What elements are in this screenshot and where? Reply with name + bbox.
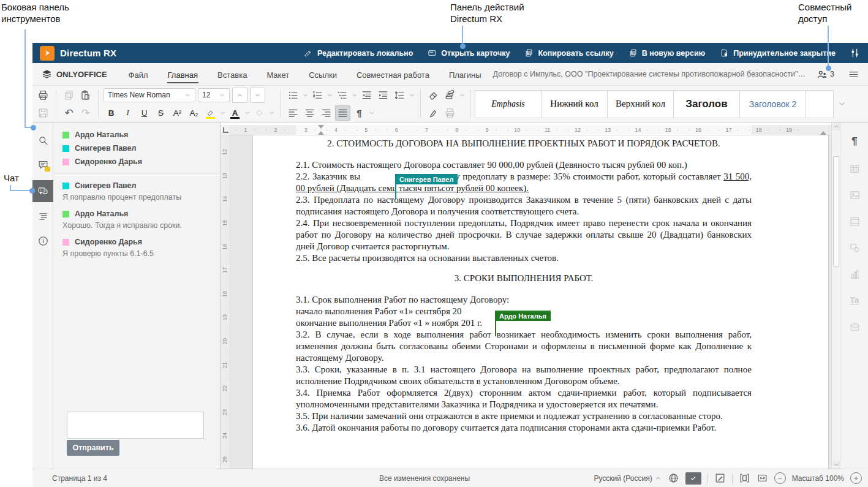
clear-style-button[interactable] — [426, 88, 441, 103]
document-scrollbar[interactable] — [831, 123, 840, 469]
shading-button[interactable] — [252, 105, 267, 121]
force-close-button[interactable]: Принудительное закрытие — [720, 48, 836, 58]
tab-collaboration[interactable]: Совместная работа — [356, 64, 430, 85]
mail-merge-button[interactable] — [840, 316, 868, 337]
style-emphasis[interactable]: Emphasis — [475, 90, 542, 118]
image-settings-button[interactable] — [840, 184, 868, 205]
left-indent-marker[interactable] — [318, 128, 324, 135]
vertical-ruler[interactable]: 1213141516171819202122232425 — [221, 135, 230, 469]
language-selector[interactable]: Русский (Россия) — [594, 474, 661, 483]
decrease-indent-button[interactable] — [359, 88, 374, 103]
tab-stop-selector[interactable] — [221, 125, 230, 135]
style-header[interactable]: Верхний кол — [607, 90, 674, 118]
collaborators-button[interactable]: 3 — [817, 69, 834, 80]
about-tool-button[interactable] — [32, 230, 53, 251]
increase-indent-button[interactable] — [376, 88, 391, 103]
tab-file[interactable]: Файл — [128, 64, 149, 85]
zoom-in-button[interactable]: + — [850, 472, 862, 484]
redo-button[interactable]: ↷ — [78, 105, 93, 121]
nonprinting-caret-icon[interactable] — [368, 110, 375, 116]
scroll-up-button[interactable] — [832, 123, 840, 130]
chart-settings-button[interactable] — [840, 263, 868, 284]
align-center-button[interactable] — [302, 105, 317, 121]
highlight-color-button[interactable] — [203, 105, 218, 121]
protect-button[interactable] — [442, 105, 458, 121]
scrollbar-thumb[interactable] — [833, 156, 839, 266]
numbered-list-button[interactable] — [310, 88, 325, 103]
comments-tool-button[interactable] — [32, 154, 53, 175]
shading-caret-icon[interactable] — [268, 110, 275, 116]
align-justify-button[interactable] — [335, 105, 350, 121]
font-name-select[interactable]: Times New Roman — [104, 88, 195, 102]
nonprinting-chars-button[interactable]: ¶ — [352, 105, 367, 121]
save-button[interactable] — [36, 105, 51, 121]
chat-send-button[interactable]: Отправить — [67, 440, 119, 456]
menu-burger-button[interactable] — [848, 69, 859, 80]
open-card-button[interactable]: Открыть карточку — [428, 48, 510, 58]
document-text[interactable]: 2. СТОИМОСТЬ ДОГОВОРА НА ВЫПОЛНЕНИЕ ПРОЕ… — [296, 138, 752, 434]
italic-button[interactable]: I — [120, 105, 135, 121]
line-spacing-button[interactable] — [392, 88, 407, 103]
text-art-settings-button[interactable]: Ta — [840, 290, 868, 311]
track-changes-button[interactable] — [714, 472, 726, 484]
copy-style-button[interactable] — [426, 105, 441, 121]
search-tool-button[interactable] — [32, 130, 53, 151]
paragraph-settings-button[interactable]: ¶ — [840, 131, 868, 152]
bullet-list-button[interactable] — [285, 88, 301, 103]
color-scheme-caret-icon[interactable] — [459, 92, 466, 99]
spellcheck-toggle[interactable] — [685, 472, 701, 485]
line-spacing-caret-icon[interactable] — [409, 92, 415, 99]
highlight-caret-icon[interactable] — [219, 110, 226, 116]
font-color-button[interactable]: A — [227, 105, 243, 121]
document-page[interactable]: 2. СТОИМОСТЬ ДОГОВОРА НА ВЫПОЛНЕНИЕ ПРОЕ… — [253, 135, 828, 469]
style-heading1[interactable]: Заголов — [673, 90, 740, 118]
chat-tool-button[interactable] — [32, 180, 53, 202]
font-size-select[interactable]: 12 — [198, 88, 230, 102]
new-version-button[interactable]: В новую версию — [628, 48, 706, 58]
color-scheme-button[interactable] — [442, 88, 458, 103]
style-empty[interactable] — [806, 90, 834, 118]
tab-layout[interactable]: Макет — [266, 64, 290, 85]
tab-insert[interactable]: Вставка — [217, 64, 247, 85]
superscript-button[interactable]: A² — [170, 105, 185, 121]
chat-message-input[interactable] — [67, 412, 204, 439]
horizontal-ruler[interactable]: 12345678910111213141516171819 — [230, 125, 831, 135]
header-footer-settings-button[interactable] — [840, 211, 868, 232]
styles-gallery-expand-button[interactable] — [834, 90, 850, 118]
document-language-button[interactable] — [668, 472, 679, 484]
copy-link-button[interactable]: Копировать ссылку — [524, 48, 613, 58]
underline-button[interactable]: U — [137, 105, 152, 121]
multilevel-list-button[interactable] — [334, 88, 350, 103]
align-right-button[interactable] — [319, 105, 334, 121]
tab-home[interactable]: Главная — [167, 64, 198, 85]
style-footer[interactable]: Нижний кол — [541, 90, 608, 118]
print-button[interactable] — [36, 88, 51, 103]
align-left-button[interactable] — [285, 105, 301, 121]
bullet-list-caret-icon[interactable] — [302, 92, 309, 99]
shape-settings-button[interactable] — [840, 237, 868, 258]
style-heading2[interactable]: Заголовок 2 — [739, 90, 806, 118]
strikethrough-button[interactable]: S — [153, 105, 168, 121]
copy-button[interactable] — [61, 88, 77, 103]
navigation-tool-button[interactable] — [32, 206, 53, 227]
bold-button[interactable]: B — [104, 105, 119, 121]
subscript-button[interactable]: A₂ — [186, 105, 202, 121]
settings-sliders-button[interactable] — [849, 47, 861, 59]
table-settings-button[interactable] — [840, 158, 868, 179]
increase-font-button[interactable] — [232, 88, 247, 103]
numbered-list-caret-icon[interactable] — [326, 92, 333, 99]
zoom-out-button[interactable]: − — [774, 472, 786, 484]
tab-references[interactable]: Ссылки — [308, 64, 338, 85]
decrease-font-button[interactable] — [250, 88, 265, 103]
multilevel-list-caret-icon[interactable] — [351, 92, 358, 99]
page-indicator[interactable]: Страница 1 из 4 — [52, 474, 107, 483]
font-color-caret-icon[interactable] — [244, 110, 251, 116]
fit-width-button[interactable] — [757, 472, 768, 484]
right-indent-marker[interactable] — [820, 128, 826, 135]
fit-page-button[interactable] — [739, 472, 750, 484]
document-canvas[interactable]: 2. СТОИМОСТЬ ДОГОВОРА НА ВЫПОЛНЕНИЕ ПРОЕ… — [230, 135, 831, 469]
edit-locally-button[interactable]: Редактировать локально — [304, 48, 413, 58]
paste-button[interactable] — [78, 88, 93, 103]
tab-plugins[interactable]: Плагины — [448, 64, 482, 85]
undo-button[interactable]: ↶ — [61, 105, 77, 121]
